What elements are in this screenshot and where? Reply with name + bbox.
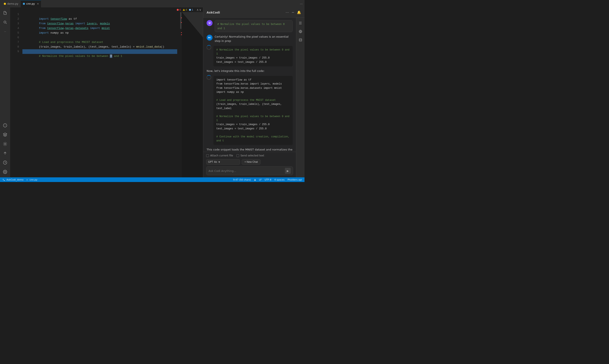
tab-cnn[interactable]: cnn.py ✕ bbox=[21, 0, 41, 7]
chat-messages[interactable]: U # Normalize the pixel values to be bet… bbox=[203, 18, 296, 152]
user-avatar: U bbox=[207, 20, 212, 26]
svg-point-9 bbox=[299, 39, 302, 39]
chat-main: U # Normalize the pixel values to be bet… bbox=[203, 18, 296, 177]
debug-icon[interactable] bbox=[1, 140, 9, 148]
info-count[interactable]: 1 bbox=[189, 8, 193, 11]
source-control-icon[interactable] bbox=[1, 149, 9, 157]
svg-point-2 bbox=[5, 143, 6, 144]
extensions-icon[interactable]: ··· bbox=[1, 28, 9, 35]
error-count[interactable]: 6 bbox=[177, 8, 181, 11]
message-ai-1: AC Certainly! Normalizing the pixel valu… bbox=[207, 35, 293, 66]
code-line-5 bbox=[22, 31, 177, 35]
tab-demo[interactable]: demo.py bbox=[2, 0, 20, 7]
status-bar-left: AskCodi_demo cnn.py bbox=[2, 178, 38, 181]
chat-sidebar: ☰ bbox=[296, 18, 304, 177]
new-chat-button[interactable]: + New Chat bbox=[242, 159, 261, 165]
message-user: U # Normalize the pixel values to be bet… bbox=[207, 20, 293, 32]
error-indicators: 6 4 1 ∧ ∨ bbox=[177, 8, 201, 12]
message-ai-2: Now, let's integrate this into the full … bbox=[207, 69, 293, 145]
editor-info-bar: 6 4 1 ∧ ∨ bbox=[10, 7, 203, 12]
tab-cnn-close[interactable]: ✕ bbox=[37, 2, 39, 5]
status-line-ending[interactable]: LF bbox=[259, 178, 262, 181]
status-branch[interactable]: AskCodi_demo bbox=[2, 178, 24, 181]
tab-area: demo.py cnn.py ✕ bbox=[2, 0, 300, 7]
code-content[interactable]: import tensorflow as tf from tensorflow.… bbox=[21, 12, 179, 177]
scrollbar-thumb[interactable] bbox=[180, 12, 181, 29]
user-message-text: # Normalize the pixel values to be betwe… bbox=[215, 20, 293, 32]
editor-area: 6 4 1 ∧ ∨ 1 2 3 4 bbox=[10, 7, 203, 177]
chat-header-icons: ⋯ − 🔔 bbox=[286, 10, 301, 14]
minimap bbox=[182, 12, 203, 177]
code-editor[interactable]: 1 2 3 4 5 6 7 8 9 import tensorflow as t… bbox=[10, 12, 203, 177]
ai-code-block-2: import tensorflow as tf from tensorflow.… bbox=[213, 76, 293, 145]
ai-intro-text: Certainly! Normalizing the pixel values … bbox=[215, 35, 293, 43]
ai-code-row-2: import tensorflow as tf from tensorflow.… bbox=[207, 75, 293, 145]
minimap-triangle bbox=[182, 12, 203, 38]
status-warnings-icon[interactable] bbox=[254, 178, 256, 181]
ai-code-row-1: # Normalize the pixel values to be betwe… bbox=[207, 45, 293, 66]
search-icon[interactable] bbox=[1, 18, 9, 26]
warning-count[interactable]: 4 bbox=[183, 8, 187, 11]
chat-minimize-icon[interactable]: − bbox=[291, 10, 294, 14]
next-error-btn[interactable]: ∨ bbox=[199, 8, 201, 12]
chat-title: AskCodi bbox=[207, 11, 286, 14]
layers-bottom-icon[interactable] bbox=[1, 131, 9, 138]
model-select-value: GPT 4o bbox=[208, 160, 217, 163]
message-ai-1-row: AC Certainly! Normalizing the pixel valu… bbox=[207, 35, 293, 43]
code-line-4: import numpy as np bbox=[22, 26, 177, 31]
title-bar: demo.py cnn.py ✕ ⋯ bbox=[0, 0, 304, 7]
chat-database-icon[interactable] bbox=[298, 37, 304, 43]
svg-point-15 bbox=[255, 180, 255, 180]
code-line-8: 💡 bbox=[22, 45, 177, 49]
chat-web-icon[interactable] bbox=[298, 28, 304, 34]
ai-code-block-1: # Normalize the pixel values to be betwe… bbox=[213, 46, 293, 66]
chat-input-area: ▶ bbox=[206, 166, 293, 175]
line-numbers: 1 2 3 4 5 6 7 8 9 bbox=[10, 12, 21, 177]
message-ai-3: This code snippet loads the MNIST datase… bbox=[207, 148, 293, 152]
code-line-3: from tensorflow.keras.datasets import mn… bbox=[22, 21, 177, 26]
new-chat-label: + New Chat bbox=[244, 160, 258, 163]
chat-header: AskCodi ⋯ − 🔔 bbox=[203, 7, 304, 18]
title-bar-right: ⋯ bbox=[300, 2, 303, 5]
status-file[interactable]: cnn.py bbox=[26, 178, 37, 181]
code-line-2: from tensorflow.keras import layers, mod… bbox=[22, 17, 177, 21]
svg-point-4 bbox=[5, 171, 6, 172]
attach-file-checkbox[interactable] bbox=[206, 154, 209, 157]
more-options-icon[interactable]: ⋯ bbox=[300, 2, 303, 5]
chat-more-icon[interactable]: ⋯ bbox=[286, 10, 289, 14]
chat-options: Attach current file Send selected text bbox=[206, 154, 293, 157]
chat-panel: AskCodi ⋯ − 🔔 U # Normalize the pixel va… bbox=[203, 7, 304, 177]
files-icon[interactable] bbox=[1, 9, 9, 17]
demo-py-icon bbox=[4, 3, 6, 5]
settings-icon[interactable] bbox=[1, 168, 9, 176]
send-selected-checkbox[interactable] bbox=[236, 154, 239, 157]
askcodi-bottom-icon[interactable] bbox=[1, 122, 9, 129]
code-line-9: # Normalize the pixel values to be betwe… bbox=[22, 49, 177, 54]
status-indent[interactable]: 4 spaces bbox=[274, 178, 285, 181]
chat-input[interactable] bbox=[209, 169, 283, 172]
status-bar-right: 9:47 (50 chars) LF UTF-8 4 spaces Pholde… bbox=[233, 178, 302, 181]
chat-bell-icon[interactable]: 🔔 bbox=[297, 10, 301, 14]
chat-send-button[interactable]: ▶ bbox=[285, 168, 291, 174]
prev-error-btn[interactable]: ∧ bbox=[197, 8, 199, 12]
chat-list-icon[interactable]: ☰ bbox=[298, 20, 304, 26]
model-select-chevron: ▼ bbox=[218, 161, 220, 163]
attach-file-label: Attach current file bbox=[210, 154, 233, 157]
status-position[interactable]: 9:47 (50 chars) bbox=[233, 178, 251, 181]
editor-scrollbar[interactable] bbox=[179, 12, 182, 177]
chat-footer: Attach current file Send selected text G… bbox=[203, 152, 296, 177]
status-encoding[interactable]: UTF-8 bbox=[265, 178, 271, 181]
attach-file-option[interactable]: Attach current file bbox=[206, 154, 233, 157]
history-icon[interactable] bbox=[1, 159, 9, 166]
send-selected-option[interactable]: Send selected text bbox=[236, 154, 264, 157]
svg-point-10 bbox=[3, 179, 4, 180]
tab-cnn-label: cnn.py bbox=[26, 2, 35, 5]
svg-point-13 bbox=[27, 180, 27, 180]
status-language[interactable]: Pholders-api bbox=[288, 178, 302, 181]
chat-settings-icon[interactable] bbox=[298, 45, 304, 51]
main-layout: ··· 6 bbox=[0, 7, 304, 177]
model-select[interactable]: GPT 4o ▼ bbox=[206, 159, 240, 165]
loading-spinner-2 bbox=[207, 75, 211, 80]
code-line-1: import tensorflow as tf bbox=[22, 12, 177, 17]
tab-demo-label: demo.py bbox=[7, 2, 18, 5]
